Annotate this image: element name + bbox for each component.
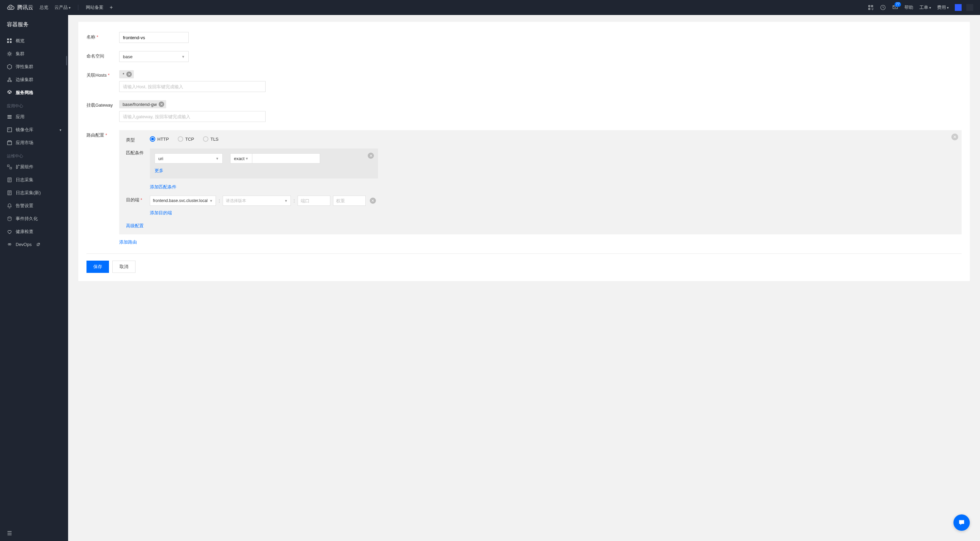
add-match-link[interactable]: 添加匹配条件	[150, 184, 177, 190]
radio-icon	[150, 136, 155, 142]
log-icon	[7, 177, 12, 183]
chevron-down-icon: ▾	[929, 6, 931, 10]
log-new-icon	[7, 190, 12, 196]
sidebar-item-elastic[interactable]: 弹性集群	[0, 60, 68, 73]
component-icon	[7, 164, 12, 170]
chat-fab[interactable]	[953, 514, 970, 531]
sidebar-section-ops: 运维中心	[0, 149, 68, 160]
sidebar-item-event[interactable]: 事件持久化	[0, 212, 68, 225]
nav-workorder[interactable]: 工单 ▾	[920, 5, 931, 11]
sidebar-item-registry[interactable]: 镜像仓库 ▾	[0, 123, 68, 136]
more-link[interactable]: 更多	[154, 168, 164, 174]
remove-tag-icon[interactable]: ✕	[126, 72, 132, 77]
sidebar-item-ext[interactable]: 扩展组件	[0, 160, 68, 173]
divider	[78, 5, 78, 10]
add-route-link[interactable]: 添加路由	[119, 239, 137, 245]
dest-weight-input[interactable]	[333, 196, 366, 206]
nav-beian[interactable]: 网站备案	[86, 5, 103, 11]
sidebar-item-label: 告警设置	[16, 203, 33, 209]
remove-route-button[interactable]: ✕	[951, 134, 958, 140]
form-panel: 名称 命名空间 base ▼ 关联Hosts	[78, 22, 970, 281]
nav-overview[interactable]: 总览	[40, 5, 48, 11]
add-shortcut-icon[interactable]: +	[110, 5, 113, 11]
host-input[interactable]	[119, 81, 266, 92]
sidebar-item-health[interactable]: 健康检查	[0, 225, 68, 238]
radio-tcp[interactable]: TCP	[178, 136, 194, 142]
avatar[interactable]	[955, 4, 962, 11]
database-icon	[7, 216, 12, 222]
dest-version-select[interactable]: 请选择版本 ▼	[223, 196, 291, 206]
infinity-icon	[7, 241, 12, 247]
svg-rect-15	[10, 167, 11, 169]
remove-dest-button[interactable]: ✕	[370, 198, 376, 204]
sidebar-item-label: 健康检查	[16, 228, 33, 235]
sidebar-item-label: 集群	[16, 51, 24, 57]
mail-button[interactable]: 77	[892, 4, 898, 11]
sidebar-item-market[interactable]: 应用市场	[0, 136, 68, 149]
sidebar-item-label: 弹性集群	[16, 64, 33, 70]
qr-icon[interactable]	[868, 5, 874, 11]
sidebar-title: 容器服务	[0, 15, 68, 34]
sidebar-item-alarm[interactable]: 告警设置	[0, 199, 68, 212]
nav-help[interactable]: 帮助	[904, 5, 913, 11]
remove-tag-icon[interactable]: ✕	[159, 102, 164, 107]
svg-rect-13	[8, 142, 11, 145]
svg-rect-4	[10, 38, 11, 40]
remove-match-button[interactable]: ✕	[368, 153, 374, 159]
svg-point-12	[8, 129, 9, 129]
sidebar-section-app: 应用中心	[0, 99, 68, 110]
dest-service-select[interactable]: frontend.base.svc.cluster.local ▼	[150, 196, 216, 206]
sidebar-item-log[interactable]: 日志采集	[0, 173, 68, 186]
chat-icon	[958, 519, 966, 527]
sidebar-item-log-new[interactable]: 日志采集(新)	[0, 186, 68, 199]
sidebar-item-edge[interactable]: 边缘集群	[0, 73, 68, 86]
match-value-input[interactable]	[252, 153, 320, 164]
radio-http[interactable]: HTTP	[150, 136, 169, 142]
nav-cost[interactable]: 费用 ▾	[937, 5, 949, 11]
namespace-select[interactable]: base ▼	[119, 51, 189, 62]
sidebar-item-label: 镜像仓库	[16, 127, 33, 133]
mesh-icon	[7, 90, 12, 96]
avatar-secondary[interactable]	[966, 4, 973, 11]
match-field-select[interactable]: uri ▼	[154, 153, 223, 164]
chevron-down-icon: ▼	[216, 157, 219, 160]
advanced-config-link[interactable]: 高级配置	[126, 223, 144, 229]
sidebar-item-cluster[interactable]: 集群	[0, 47, 68, 60]
name-input[interactable]	[119, 32, 189, 43]
svg-point-0	[9, 7, 12, 8]
host-tag: * ✕	[119, 70, 134, 78]
sidebar-collapse-button[interactable]	[0, 527, 68, 541]
nav-products[interactable]: 云产品 ▾	[54, 5, 70, 11]
separator: :	[219, 198, 220, 203]
chevron-down-icon: ▾	[69, 6, 70, 10]
main-content: 名称 命名空间 base ▼ 关联Hosts	[68, 15, 980, 541]
sidebar-item-mesh[interactable]: 服务网格	[0, 86, 68, 99]
sidebar-item-label: 服务网格	[16, 89, 33, 96]
add-dest-link[interactable]: 添加目的端	[150, 210, 172, 216]
cancel-button[interactable]: 取消	[112, 261, 135, 273]
svg-rect-6	[10, 41, 11, 43]
chevron-down-icon: ▼	[209, 199, 213, 203]
route-label: 路由配置	[86, 130, 119, 138]
match-op-select[interactable]: exact ▼	[230, 153, 252, 164]
divider	[86, 254, 962, 254]
sidebar-item-devops[interactable]: DevOps	[0, 238, 68, 251]
mail-badge: 77	[894, 2, 901, 7]
sidebar-item-overview[interactable]: 概览	[0, 34, 68, 47]
separator: :	[294, 198, 295, 203]
match-label: 匹配条件	[126, 148, 150, 156]
svg-point-18	[8, 217, 11, 218]
logo[interactable]: 腾讯云	[7, 4, 33, 11]
sidebar-item-app[interactable]: 应用	[0, 110, 68, 123]
clock-icon[interactable]	[880, 5, 886, 11]
route-block: ✕ 类型 HTTP TCP	[119, 130, 962, 235]
external-link-icon	[37, 243, 40, 246]
sidebar-item-label: 概览	[16, 38, 24, 44]
dest-port-input[interactable]	[298, 196, 330, 206]
save-button[interactable]: 保存	[86, 261, 109, 273]
gateway-input[interactable]	[119, 111, 266, 122]
sidebar-item-label: 事件持久化	[16, 215, 38, 222]
match-block: ✕ uri ▼ exact	[150, 148, 378, 179]
radio-tls[interactable]: TLS	[203, 136, 219, 142]
sidebar-item-label: DevOps	[16, 242, 32, 247]
